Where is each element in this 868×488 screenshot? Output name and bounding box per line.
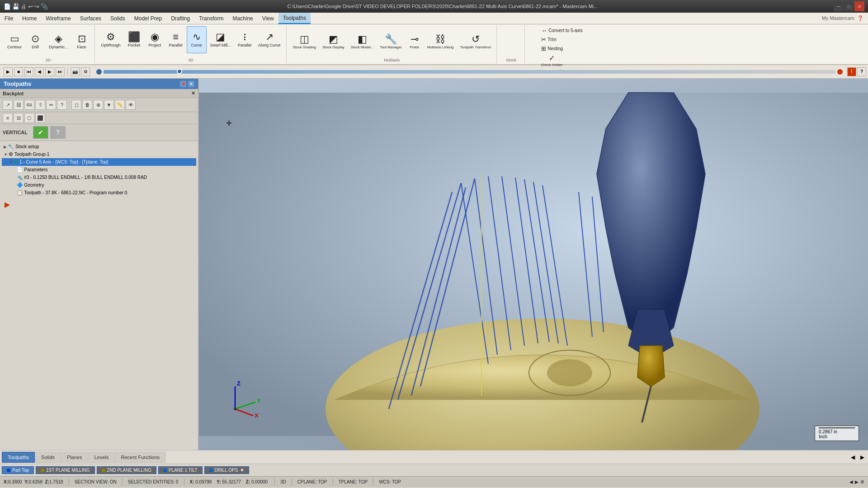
status-tab-2nd-plane[interactable]: 2ND PLANE MILLING	[97, 466, 156, 474]
btn-convert-5axis[interactable]: ↔ Convert to 5-axis	[538, 26, 586, 34]
tp-icon-lines[interactable]: ≡	[3, 113, 13, 123]
tab-nav-left[interactable]: ◀	[849, 453, 857, 461]
tp-icon-select[interactable]: ↗	[3, 100, 13, 110]
check-confirm-btn[interactable]: ✔	[33, 126, 48, 139]
tp-icon-edit[interactable]: ✏	[46, 100, 56, 110]
tp-icon-chain[interactable]: ⛓	[14, 100, 24, 110]
menu-transform[interactable]: Transform	[194, 13, 228, 24]
step-back-button[interactable]: ◀	[35, 67, 44, 76]
panel-close-btn[interactable]: ✕	[188, 81, 194, 87]
check-help-btn[interactable]: ?	[50, 126, 66, 139]
next-button[interactable]: ⏭	[56, 67, 65, 76]
menu-solids[interactable]: Solids	[106, 13, 130, 24]
maximize-button[interactable]: □	[844, 1, 854, 11]
coord-bar: X:0.3800 Y:0.6358 Z:1.7518 SECTION VIEW:…	[0, 476, 868, 487]
btn-probe[interactable]: ⊸ Probe	[406, 28, 424, 55]
menu-view[interactable]: View	[258, 13, 278, 24]
parallel2-icon: ⫶	[242, 32, 247, 42]
window-controls[interactable]: ─ □ ✕	[834, 1, 864, 11]
settings-button[interactable]: ⚙	[81, 67, 90, 76]
camera-button[interactable]: 📷	[71, 67, 80, 76]
btn-face[interactable]: ⊡ Face	[72, 28, 92, 55]
tree-group1[interactable]: ▼ ⚙ Toolpath Group-1	[2, 150, 196, 158]
minimize-button[interactable]: ─	[834, 1, 844, 11]
tab-nav-right[interactable]: ▶	[859, 453, 866, 461]
tree-geometry[interactable]: 🔷 Geometry	[2, 181, 196, 189]
status-tab-drill-ops[interactable]: DRILL OPS ▼	[204, 466, 250, 474]
menu-machine[interactable]: Machine	[228, 13, 257, 24]
tp-icon-pattern[interactable]: ⊟	[14, 113, 24, 123]
prev-button[interactable]: ⏮	[24, 67, 33, 76]
btn-parallel2[interactable]: ⫶ Parallel	[235, 26, 255, 53]
tp-icon-move[interactable]: ⇧	[35, 100, 45, 110]
tree-toolpath[interactable]: 📋 Toolpath - 37.8K - 6861-22.NC - Progra…	[2, 189, 196, 197]
btn-pocket[interactable]: ⬛ Pocket	[124, 26, 144, 53]
btn-dynamic[interactable]: ◈ Dynamic...	[46, 28, 71, 55]
slider-thumb[interactable]	[177, 69, 182, 74]
tree-label-group1: Toolpath Group-1	[14, 152, 49, 157]
tp-icon-help[interactable]: ?	[57, 100, 67, 110]
stock-display-icon: ◩	[329, 34, 338, 44]
drill-ops-dropdown[interactable]: ▼	[240, 468, 244, 473]
btn-parallel[interactable]: ≡ Parallel	[166, 26, 186, 53]
status-tab-plane-tilt[interactable]: PLANE 1 TILT	[158, 466, 203, 474]
tree-parameters[interactable]: 📄 Parameters	[2, 166, 196, 174]
tp-icon-g1[interactable]: G1	[24, 100, 34, 110]
menu-drafting[interactable]: Drafting	[166, 13, 194, 24]
tp-icon-dropdown[interactable]: ▼	[104, 100, 114, 110]
step-fwd-button[interactable]: ▶	[45, 67, 54, 76]
btn-tool-manager[interactable]: 🔧 Tool Manager	[377, 28, 404, 55]
tp-icon-measure[interactable]: 📏	[115, 100, 125, 110]
menu-toolpaths[interactable]: Toolpaths	[278, 13, 311, 24]
menu-file[interactable]: File	[0, 13, 18, 24]
btab-levels[interactable]: Levels	[89, 452, 115, 463]
btn-project[interactable]: ◉ Project	[145, 26, 165, 53]
btn-contour[interactable]: ▭ Contour	[5, 28, 24, 55]
btab-solids[interactable]: Solids	[35, 452, 61, 463]
close-button[interactable]: ✕	[854, 1, 864, 11]
menu-surfaces[interactable]: Surfaces	[75, 13, 106, 24]
coord-nav-left[interactable]: ◀	[849, 479, 853, 484]
menu-home[interactable]: Home	[18, 13, 41, 24]
playback-slider[interactable]	[104, 70, 835, 74]
status-tab-part-top[interactable]: Part Top	[2, 466, 34, 474]
btn-toolpath-transform[interactable]: ↺ Toolpath Transform	[458, 28, 494, 55]
stop-button[interactable]: ■	[14, 67, 23, 76]
help-btn[interactable]: ?	[857, 67, 866, 76]
play-button[interactable]: ▶	[4, 67, 13, 76]
btab-planes[interactable]: Planes	[61, 452, 88, 463]
backplot-close-btn[interactable]: ✕	[191, 90, 195, 96]
optirough-icon: ⚙	[106, 32, 115, 42]
tree-tool[interactable]: 🔩 #3 - 0.1250 BULL ENDMILL - 1/8 BULL EN…	[2, 174, 196, 181]
btn-along-curve[interactable]: ↗ Along Curve	[255, 26, 283, 53]
btab-toolpaths[interactable]: Toolpaths	[2, 452, 35, 463]
panel-pin-btn[interactable]: 📌	[180, 81, 186, 87]
tp-icon-view[interactable]: 👁	[126, 100, 136, 110]
btn-check-holder[interactable]: ✓ Check Holder	[538, 53, 565, 68]
tp-icon-transform[interactable]: ⊕	[93, 100, 103, 110]
btn-swarf[interactable]: ◪ Swarf Mill...	[208, 26, 234, 53]
play-arrow-btn[interactable]: ▶	[5, 201, 10, 208]
tree-curve5ax[interactable]: ▼ ✔ 1 - Curve 5 Axis - [WCS: Top] - [Tpl…	[2, 158, 196, 166]
menu-wireframe[interactable]: Wireframe	[41, 13, 75, 24]
btn-stock-shading[interactable]: ◫ Stock Shading	[290, 28, 319, 55]
btn-trim[interactable]: ✂ Trim	[538, 35, 560, 43]
warn-btn[interactable]: !	[847, 67, 856, 76]
btn-curve[interactable]: ∿ Curve	[187, 26, 207, 53]
btn-nesting[interactable]: ⊞ Nesting	[538, 44, 566, 52]
coord-nav-settings[interactable]: ⚙	[860, 479, 864, 484]
btn-stock-model[interactable]: ◧ Stock Model...	[348, 28, 377, 55]
status-tab-1st-plane[interactable]: 1ST PLANE MILLING	[36, 466, 95, 474]
menu-model-prep[interactable]: Model Prep	[130, 13, 166, 24]
btn-multiaxis-linking[interactable]: ⛓ Multiaxis Linking	[425, 28, 457, 55]
tp-icon-select2[interactable]: ◻	[71, 100, 81, 110]
btn-drill[interactable]: ⊙ Drill	[25, 28, 45, 55]
btn-optirough[interactable]: ⚙ OptiRough	[99, 26, 123, 53]
tp-icon-delete[interactable]: 🗑	[82, 100, 92, 110]
tree-stock-setup[interactable]: ▶ 🔧 Stock setup	[2, 143, 196, 150]
btab-recent-functions[interactable]: Recent Functions	[115, 452, 166, 463]
btn-stock-display[interactable]: ◩ Stock Display	[320, 28, 347, 55]
tp-icon-box[interactable]: ⬛	[35, 113, 45, 123]
coord-nav-right[interactable]: ▶	[855, 479, 859, 484]
tp-icon-3d[interactable]: ⬡	[24, 113, 34, 123]
